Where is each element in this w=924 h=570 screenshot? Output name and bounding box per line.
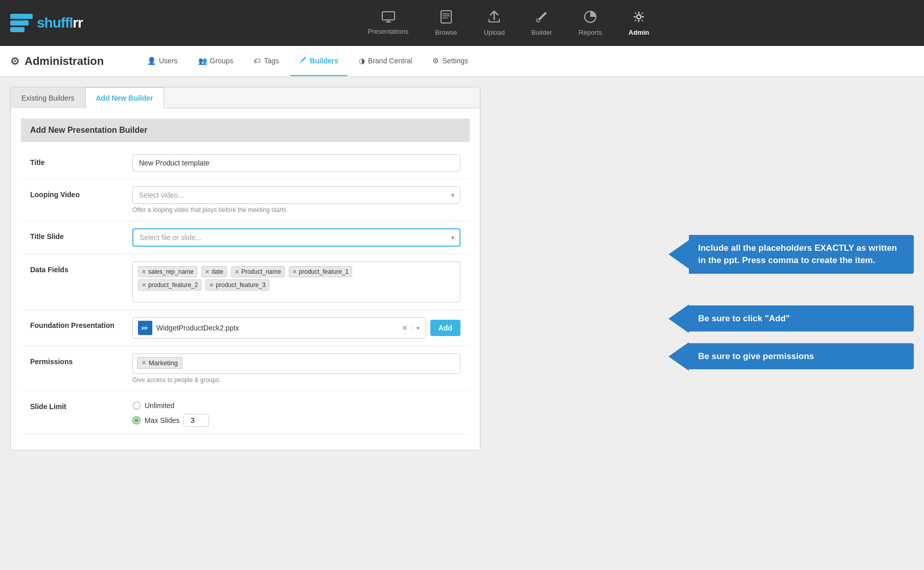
title-field bbox=[132, 154, 460, 172]
permissions-row: Permissions ✕ Marketing Give access to p… bbox=[21, 346, 470, 391]
presentations-label: Presentations bbox=[368, 28, 409, 35]
builders-icon bbox=[299, 56, 307, 65]
permissions-label: Permissions bbox=[30, 353, 122, 366]
top-navigation: shufflrr Presentations Browse Upload B bbox=[0, 0, 924, 46]
svg-point-12 bbox=[637, 15, 641, 19]
svg-rect-0 bbox=[10, 14, 33, 19]
looping-video-hint: Offer a looping video that plays before … bbox=[132, 206, 460, 213]
tab-settings[interactable]: ⚙ Settings bbox=[423, 46, 477, 76]
foundation-filename: WidgetProductDeck2.pptx bbox=[156, 324, 398, 332]
foundation-label: Foundation Presentation bbox=[30, 317, 122, 329]
slide-limit-row: Slide Limit Unlimited Max Slides bbox=[21, 391, 470, 435]
looping-video-row: Looping Video Select video... Offer a lo… bbox=[21, 179, 470, 221]
data-fields-tags-container[interactable]: ✕ sales_rep_name ✕ date ✕ Product_name bbox=[132, 262, 460, 302]
permissions-tags-container[interactable]: ✕ Marketing bbox=[132, 353, 460, 374]
callout-triangle-3 bbox=[668, 342, 689, 371]
unlimited-radio[interactable] bbox=[132, 401, 141, 410]
svg-text:PP: PP bbox=[142, 326, 148, 331]
add-callout: Be sure to click "Add" bbox=[668, 304, 914, 333]
tag-product-feature-1: ✕ product_feature_1 bbox=[289, 266, 352, 277]
form-section: Add New Presentation Builder Title Loopi… bbox=[11, 108, 480, 450]
foundation-field: PP WidgetProductDeck2.pptx ✕ ▼ Add bbox=[132, 317, 460, 339]
tag-product-feature-2: ✕ product_feature_2 bbox=[138, 279, 201, 291]
tag-remove-product-name[interactable]: ✕ bbox=[235, 269, 239, 275]
nav-items: Presentations Browse Upload Builder Repo… bbox=[103, 6, 914, 40]
max-slides-option[interactable]: Max Slides bbox=[132, 414, 460, 427]
tag-remove-date[interactable]: ✕ bbox=[205, 269, 210, 275]
tag-product-name: ✕ Product_name bbox=[231, 266, 285, 277]
settings-icon: ⚙ bbox=[432, 57, 439, 65]
title-slide-select[interactable]: Select file or slide... bbox=[132, 228, 460, 247]
nav-builder[interactable]: Builder bbox=[523, 6, 560, 40]
nav-presentations[interactable]: Presentations bbox=[360, 7, 417, 39]
admin-tabs: 👤 Users 👥 Groups 🏷 Tags Builders ◑ Brand… bbox=[138, 46, 477, 76]
pptx-icon: PP bbox=[138, 321, 152, 335]
looping-video-select-wrapper: Select video... bbox=[132, 186, 460, 204]
max-slides-label: Max Slides bbox=[145, 416, 179, 424]
tag-remove-product-feature-1[interactable]: ✕ bbox=[292, 269, 297, 275]
existing-builders-tab[interactable]: Existing Builders bbox=[11, 87, 85, 108]
content-area: Existing Builders Add New Builder Add Ne… bbox=[0, 77, 924, 570]
admin-title: Administration bbox=[25, 55, 104, 68]
unlimited-label: Unlimited bbox=[145, 401, 174, 410]
tag-remove-product-feature-3[interactable]: ✕ bbox=[209, 282, 214, 289]
tag-date: ✕ date bbox=[201, 266, 227, 277]
admin-title-area: ⚙ Administration bbox=[10, 55, 123, 68]
foundation-input-area[interactable]: PP WidgetProductDeck2.pptx ✕ ▼ bbox=[132, 317, 426, 339]
admin-label: Admin bbox=[629, 29, 649, 36]
title-slide-select-wrapper: Select file or slide... bbox=[132, 228, 460, 247]
foundation-dropdown-icon[interactable]: ▼ bbox=[412, 325, 421, 331]
tab-tags[interactable]: 🏷 Tags bbox=[244, 46, 288, 76]
nav-admin[interactable]: Admin bbox=[620, 6, 657, 40]
tags-icon: 🏷 bbox=[253, 57, 261, 65]
form-header: Add New Presentation Builder bbox=[21, 118, 470, 142]
logo-text: shufflrr bbox=[37, 15, 83, 31]
svg-rect-2 bbox=[10, 27, 25, 32]
tab-users[interactable]: 👤 Users bbox=[138, 46, 187, 76]
max-slides-radio[interactable] bbox=[132, 416, 141, 424]
svg-rect-3 bbox=[382, 12, 395, 20]
slide-limit-radio-group: Unlimited Max Slides bbox=[132, 398, 460, 427]
admin-icon bbox=[632, 10, 645, 27]
svg-point-13 bbox=[300, 62, 302, 63]
tag-sales-rep-name: ✕ sales_rep_name bbox=[138, 266, 197, 277]
presentations-icon bbox=[382, 11, 395, 26]
tab-builders[interactable]: Builders bbox=[290, 46, 348, 76]
tab-brand-central[interactable]: ◑ Brand Central bbox=[350, 46, 421, 76]
tag-remove-product-feature-2[interactable]: ✕ bbox=[142, 282, 146, 289]
title-row: Title bbox=[21, 147, 470, 179]
browse-icon bbox=[441, 10, 452, 27]
permissions-hint: Give access to people & groups. bbox=[132, 376, 460, 384]
slide-limit-field: Unlimited Max Slides bbox=[132, 398, 460, 427]
form-body: Title Looping Video Select video... bbox=[21, 142, 470, 440]
admin-bar: ⚙ Administration 👤 Users 👥 Groups 🏷 Tags… bbox=[0, 46, 924, 77]
upload-icon bbox=[488, 10, 501, 27]
reports-icon bbox=[584, 10, 597, 27]
add-button[interactable]: Add bbox=[430, 320, 460, 336]
title-label: Title bbox=[30, 154, 122, 167]
looping-video-field: Select video... Offer a looping video th… bbox=[132, 186, 460, 213]
tag-remove-marketing[interactable]: ✕ bbox=[142, 360, 146, 366]
tag-remove-sales-rep-name[interactable]: ✕ bbox=[142, 269, 146, 275]
groups-icon: 👥 bbox=[198, 57, 207, 65]
upload-label: Upload bbox=[484, 29, 505, 36]
title-input[interactable] bbox=[132, 154, 460, 172]
callout-text-2: Be sure to click "Add" bbox=[689, 305, 914, 332]
logo[interactable]: shufflrr bbox=[10, 14, 83, 32]
add-new-builder-tab[interactable]: Add New Builder bbox=[85, 87, 164, 108]
nav-reports[interactable]: Reports bbox=[570, 6, 610, 40]
looping-video-select[interactable]: Select video... bbox=[132, 186, 460, 204]
tab-groups[interactable]: 👥 Groups bbox=[189, 46, 243, 76]
foundation-clear-icon[interactable]: ✕ bbox=[402, 324, 408, 332]
builders-panel: Existing Builders Add New Builder Add Ne… bbox=[10, 87, 480, 450]
builder-icon bbox=[535, 10, 548, 27]
brand-central-icon: ◑ bbox=[359, 57, 365, 65]
max-slides-input[interactable] bbox=[183, 414, 209, 427]
unlimited-option[interactable]: Unlimited bbox=[132, 401, 460, 410]
nav-browse[interactable]: Browse bbox=[427, 6, 465, 40]
builder-label: Builder bbox=[532, 29, 552, 36]
nav-upload[interactable]: Upload bbox=[476, 6, 513, 40]
foundation-wrapper: PP WidgetProductDeck2.pptx ✕ ▼ Add bbox=[132, 317, 460, 339]
svg-point-10 bbox=[537, 19, 540, 22]
title-slide-label: Title Slide bbox=[30, 228, 122, 241]
